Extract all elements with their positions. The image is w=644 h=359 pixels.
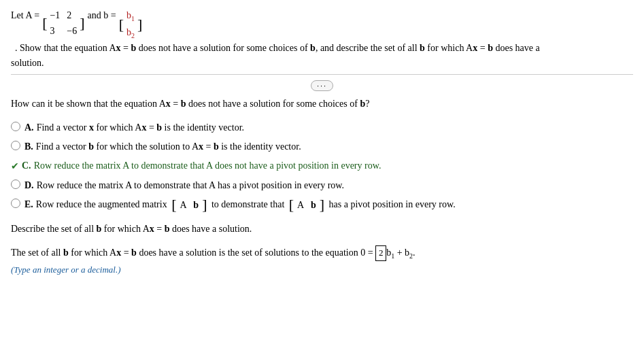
checkmark-icon: ✔ (11, 159, 19, 173)
augmented-matrix-E1: [ A b ] (171, 197, 207, 212)
label-B: B. (24, 139, 33, 154)
option-D: D. Row reduce the matrix A to demonstrat… (11, 178, 633, 192)
question2-text: Describe the set of all b for which Ax =… (11, 222, 633, 236)
solution-text: The set of all b for which Ax = b does h… (11, 245, 633, 262)
text-D: Row reduce the matrix A to demonstrate t… (37, 178, 344, 192)
option-B: B. Find a vector b for which the solutio… (11, 139, 633, 154)
radio-B[interactable] (11, 141, 20, 150)
boxed-value: 2 (375, 245, 386, 261)
options-list: A. Find a vector x for which Ax = b is t… (11, 120, 633, 213)
solution-line-wrap: solution. (11, 58, 633, 69)
hint-text: (Type an integer or a decimal.) (11, 264, 633, 275)
label-C: C. (22, 158, 31, 173)
question1-text: How can it be shown that the equation Ax… (11, 97, 633, 111)
text-B: Find a vector b for which the solution t… (36, 139, 301, 154)
bracket-right: ] (80, 16, 84, 31)
bracket-right-b: ] (137, 17, 142, 32)
radio-E[interactable] (11, 199, 20, 208)
option-E: E. Row reduce the augmented matrix [ A b… (11, 197, 633, 213)
bracket-left: [ (42, 16, 47, 31)
radio-A[interactable] (11, 122, 20, 131)
matrix-A: [ −1 2 3 −6 ] (42, 8, 84, 38)
vector-b-cells: b1 b2 (124, 8, 137, 41)
vector-b: [ b1 b2 ] (119, 8, 143, 41)
question2-section: Describe the set of all b for which Ax =… (11, 222, 633, 236)
problem-statement: Let A = [ −1 2 3 −6 ] and b = [ b1 b2 ] … (11, 8, 633, 55)
let-a-label: Let A = (11, 8, 39, 22)
radio-D[interactable] (11, 180, 20, 189)
dots-divider: ··· (11, 80, 633, 91)
label-D: D. (24, 178, 34, 192)
option-C: ✔ C. Row reduce the matrix A to demonstr… (11, 158, 633, 173)
text-C: Row reduce the matrix A to demonstrate t… (34, 158, 382, 173)
bracket-left-b: [ (119, 17, 124, 32)
text-A: Find a vector x for which Ax = b is the … (37, 120, 244, 135)
horizontal-rule (11, 74, 633, 75)
instruction-text: . Show that the equation Ax = b does not… (15, 41, 540, 55)
matrix-A-cells: −1 2 3 −6 (47, 8, 80, 38)
option-A: A. Find a vector x for which Ax = b is t… (11, 120, 633, 135)
and-label: and b = (88, 8, 116, 22)
label-A: A. (24, 120, 34, 135)
dots-button[interactable]: ··· (311, 80, 333, 91)
augmented-matrix-E2: [ A b ] (289, 197, 324, 212)
label-E: E. (24, 197, 33, 211)
text-E: Row reduce the augmented matrix [ A b ] … (36, 197, 456, 213)
